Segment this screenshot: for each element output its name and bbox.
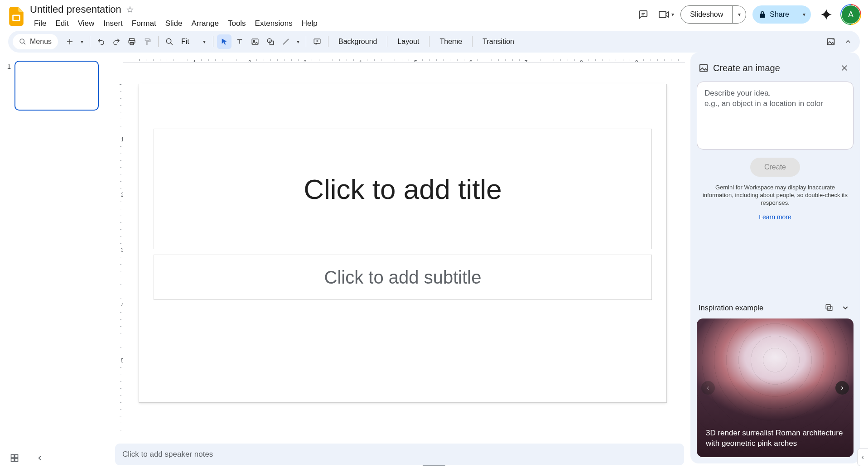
new-slide-button[interactable]: [63, 34, 77, 49]
svg-rect-8: [252, 39, 258, 44]
search-icon: [19, 38, 26, 45]
filmstrip[interactable]: 1: [0, 53, 112, 468]
create-button: Create: [750, 158, 800, 177]
slideshow-button[interactable]: Slideshow: [681, 10, 732, 19]
meet-caret-icon[interactable]: ▾: [671, 11, 674, 18]
create-image-panel: Create an image Describe your idea. e.g.…: [690, 53, 860, 463]
line-tool-dropdown[interactable]: ▾: [294, 34, 302, 49]
slide-number: 1: [5, 61, 11, 460]
svg-rect-16: [826, 304, 830, 309]
svg-rect-1: [14, 16, 19, 20]
explore-button[interactable]: [8, 452, 21, 464]
select-tool[interactable]: [217, 34, 231, 49]
collapse-inspiration-button[interactable]: [839, 301, 852, 314]
redo-button[interactable]: [109, 34, 124, 49]
menu-bar: File Edit View Insert Format Slide Arran…: [30, 17, 322, 30]
svg-rect-14: [700, 65, 708, 72]
new-slide-dropdown[interactable]: ▾: [78, 34, 86, 49]
svg-point-7: [166, 39, 171, 43]
close-panel-button[interactable]: [837, 61, 852, 75]
theme-button[interactable]: Theme: [433, 34, 468, 49]
menu-arrange[interactable]: Arrange: [187, 17, 222, 30]
toolbar: Menus ▾ Fit ▾ ▾ Background Layout Theme …: [8, 31, 860, 53]
prompt-input[interactable]: Describe your idea. e.g., an object in a…: [697, 82, 854, 150]
menu-extensions[interactable]: Extensions: [251, 17, 297, 30]
gemini-image-toolbar-button[interactable]: [824, 34, 838, 49]
close-icon: [840, 64, 849, 72]
zoom-select[interactable]: Fit ▾: [178, 34, 209, 49]
account-avatar[interactable]: A: [842, 5, 860, 24]
subtitle-placeholder[interactable]: Click to add subtitle: [154, 255, 652, 300]
inspiration-caption: 3D render surrealist Roman architecture …: [706, 428, 844, 449]
menu-slide[interactable]: Slide: [161, 17, 187, 30]
meet-button[interactable]: ▾: [659, 10, 674, 19]
speaker-notes-placeholder: Click to add speaker notes: [122, 450, 213, 459]
transition-button[interactable]: Transition: [476, 34, 521, 49]
slide-thumbnail-1[interactable]: [14, 61, 99, 111]
textbox-tool[interactable]: [232, 34, 247, 49]
vertical-ruler[interactable]: 12345: [112, 63, 123, 439]
comments-button[interactable]: [634, 5, 652, 24]
undo-button[interactable]: [94, 34, 108, 49]
copy-prompt-button[interactable]: [823, 301, 835, 314]
menu-file[interactable]: File: [30, 17, 50, 30]
share-label: Share: [770, 10, 789, 19]
menu-format[interactable]: Format: [128, 17, 160, 30]
star-icon[interactable]: ☆: [126, 4, 134, 15]
gemini-disclaimer: Gemini for Workspace may display inaccur…: [697, 184, 854, 207]
learn-more-link[interactable]: Learn more: [697, 213, 854, 221]
svg-rect-15: [828, 306, 832, 311]
menu-help[interactable]: Help: [298, 17, 322, 30]
slide-canvas-area[interactable]: Click to add title Click to add subtitle: [123, 63, 687, 439]
horizontal-ruler[interactable]: 123456789: [123, 53, 685, 63]
line-tool[interactable]: [279, 34, 293, 49]
inspiration-prev[interactable]: ‹: [701, 381, 715, 395]
share-button-group: Share ▾: [752, 5, 811, 24]
zoom-tool-button[interactable]: [162, 34, 177, 49]
svg-rect-11: [270, 41, 274, 45]
share-dropdown[interactable]: ▾: [797, 5, 811, 24]
inspiration-card[interactable]: ‹ › 3D render surrealist Roman architect…: [697, 318, 854, 457]
share-button[interactable]: Share: [752, 10, 797, 19]
svg-rect-2: [659, 11, 666, 18]
comment-tool[interactable]: [310, 34, 324, 49]
slide[interactable]: Click to add title Click to add subtitle: [139, 84, 666, 402]
show-side-panel-tab[interactable]: ‹: [857, 448, 868, 466]
document-title[interactable]: Untitled presentation: [30, 4, 121, 15]
notes-splitter[interactable]: [423, 465, 445, 468]
paint-format-button: [140, 34, 154, 49]
svg-rect-20: [15, 458, 18, 462]
background-button[interactable]: Background: [332, 34, 383, 49]
search-menus[interactable]: Menus: [13, 34, 58, 49]
create-image-icon: [699, 63, 709, 73]
svg-rect-19: [11, 458, 14, 462]
panel-title: Create an image: [713, 63, 833, 73]
collapse-filmstrip-button[interactable]: [34, 452, 46, 464]
inspiration-title: Inspiration example: [699, 304, 819, 312]
slideshow-button-group: Slideshow ▾: [680, 5, 746, 24]
title-bar: Untitled presentation ☆ File Edit View I…: [0, 0, 868, 29]
chevron-down-icon: ▾: [203, 39, 206, 45]
title-column: Untitled presentation ☆ File Edit View I…: [30, 4, 322, 30]
collapse-toolbar-button[interactable]: [841, 34, 855, 49]
inspiration-next[interactable]: ›: [835, 381, 849, 395]
title-placeholder[interactable]: Click to add title: [154, 129, 652, 249]
shape-tool[interactable]: [263, 34, 278, 49]
bottom-strip: [8, 452, 46, 464]
menu-tools[interactable]: Tools: [224, 17, 250, 30]
title-right: ▾ Slideshow ▾ Share ▾ A: [634, 4, 860, 24]
menu-view[interactable]: View: [74, 17, 99, 30]
slides-app-icon[interactable]: [8, 5, 24, 27]
svg-point-3: [20, 39, 24, 43]
layout-button[interactable]: Layout: [391, 34, 425, 49]
speaker-notes[interactable]: Click to add speaker notes: [115, 444, 684, 465]
svg-rect-17: [11, 455, 14, 458]
menu-edit[interactable]: Edit: [51, 17, 72, 30]
zoom-value: Fit: [181, 38, 189, 46]
gemini-button[interactable]: [817, 5, 835, 24]
image-tool[interactable]: [248, 34, 262, 49]
menu-insert[interactable]: Insert: [99, 17, 127, 30]
slideshow-dropdown[interactable]: ▾: [732, 6, 746, 23]
inspiration-section: Inspiration example ‹ › 3D render surrea…: [697, 301, 854, 457]
print-button[interactable]: [125, 34, 139, 49]
